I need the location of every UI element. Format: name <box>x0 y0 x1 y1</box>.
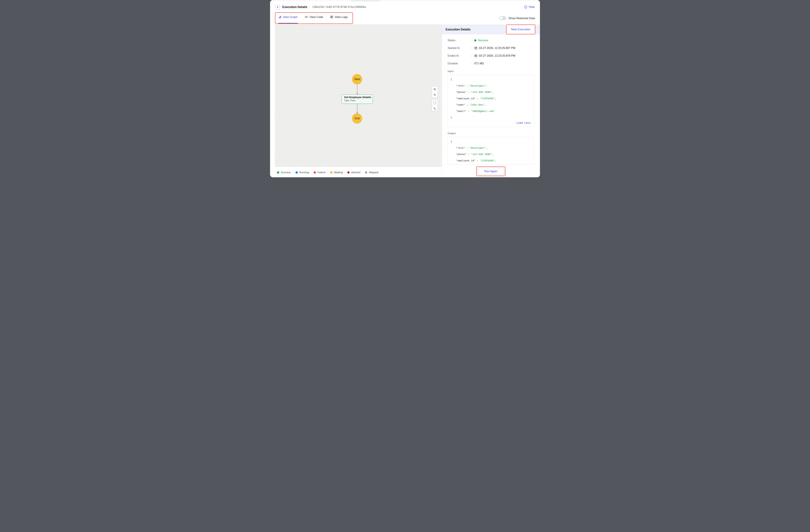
field-status: Status : Success <box>448 36 534 44</box>
node-start[interactable]: Start <box>352 74 362 84</box>
run-again-annotation: Run Again <box>476 166 505 176</box>
ended-at-value: 03-27-2026, 12:23:25:878 PM <box>479 54 515 57</box>
fit-view-icon <box>433 101 436 104</box>
node-title: Get Employee Details <box>344 96 373 99</box>
legend-item-aborted: Aborted <box>347 171 360 174</box>
org-chart-icon <box>433 107 436 110</box>
tab-label: View Graph <box>283 15 297 19</box>
tab-view-logs[interactable]: View Logs <box>330 15 348 23</box>
legend-label: Running <box>299 171 309 174</box>
json-line: "employee_id" : "123FG456", <box>451 158 531 164</box>
calendar-icon <box>474 47 477 50</box>
json-line: "role" : "Developer", <box>451 83 531 89</box>
status-dot <box>365 171 367 174</box>
zoom-out-icon <box>433 94 436 96</box>
auto-layout-button[interactable] <box>432 106 438 111</box>
legend-label: Success <box>281 171 291 174</box>
arrow-left-icon <box>276 6 279 9</box>
legend-item-running: Running <box>295 171 309 174</box>
legend-label: Waiting <box>334 171 343 174</box>
edge-start-to-task <box>357 84 357 93</box>
load-less-link[interactable]: Load Less <box>516 121 531 126</box>
bar-chart-icon <box>278 16 281 18</box>
new-execution-button[interactable]: New Execution <box>507 25 535 34</box>
execution-details-panel: Execution Details New Execution Status :… <box>442 25 540 177</box>
node-start-label: Start <box>354 78 360 81</box>
toggle-switch[interactable] <box>499 16 506 20</box>
window-drag-indicator <box>351 1 380 1</box>
input-section-label: Input <box>442 67 540 73</box>
execution-id: 138a15f1-7e40-4778-9748-57ac118fd56a <box>312 5 366 9</box>
arrowhead-icon <box>356 93 358 95</box>
run-again-button[interactable]: Run Again <box>477 168 504 175</box>
fit-view-button[interactable] <box>432 100 438 106</box>
json-line: "phone" : "123-456-7890", <box>451 89 531 95</box>
help-button[interactable]: Help <box>524 5 535 9</box>
legend-label: Failure <box>318 171 325 174</box>
app-window: Execution Details 138a15f1-7e40-4778-974… <box>270 0 540 177</box>
tab-label: View Logs <box>335 15 348 19</box>
tabs-row: View Graph View Code View Logs Show Reda… <box>270 12 540 25</box>
status-value: Success <box>478 39 488 42</box>
field-label: Ended At <box>448 54 472 57</box>
json-line: "role" : "Developer", <box>451 145 531 151</box>
tab-label: View Code <box>309 15 323 19</box>
json-close-brace: } <box>451 114 531 121</box>
page-title: Execution Details <box>282 5 307 9</box>
tab-view-code[interactable]: View Code <box>304 15 324 23</box>
legend-item-skipped: Skipped <box>365 171 378 174</box>
status-dot <box>347 171 350 174</box>
output-json-block: { "role" : "Developer", "phone" : "123-4… <box>448 137 534 164</box>
legend-item-success: Success <box>277 171 291 174</box>
output-section-label: Output <box>442 127 540 135</box>
zoom-controls <box>432 86 438 98</box>
legend-item-failure: Failure <box>314 171 325 174</box>
help-label: Help <box>529 5 535 9</box>
field-started-at: Started At : 03-27-2026, 12:23:25:807 PM <box>448 44 534 52</box>
json-open-brace: { <box>451 139 531 145</box>
toggle-label: Show Redacted Data <box>508 17 535 20</box>
show-redacted-data-toggle[interactable]: Show Redacted Data <box>499 16 535 20</box>
back-button[interactable] <box>275 5 280 10</box>
node-subtitle: Type: Pass <box>344 99 373 102</box>
zoom-in-icon <box>433 88 436 91</box>
top-bar: Execution Details 138a15f1-7e40-4778-974… <box>270 3 540 12</box>
edge-task-to-end <box>357 104 357 112</box>
status-dot <box>330 171 333 174</box>
graph-section: Start Get Employee Details Type: Pass En… <box>270 25 442 177</box>
view-controls <box>432 100 438 111</box>
success-status-dot <box>474 39 476 42</box>
new-execution-annotation: New Execution <box>506 25 535 34</box>
panel-footer: Run Again <box>442 164 540 177</box>
status-dot <box>277 171 279 174</box>
code-icon <box>305 16 308 18</box>
node-end-label: End <box>355 117 359 120</box>
calendar-icon <box>474 54 477 57</box>
tab-view-graph[interactable]: View Graph <box>278 15 298 23</box>
zoom-in-button[interactable] <box>432 86 438 92</box>
zoom-out-button[interactable] <box>432 92 438 98</box>
panel-content: Status : Success Started At : <box>442 34 540 164</box>
node-get-employee-details[interactable]: Get Employee Details Type: Pass <box>341 95 373 104</box>
field-label: Duration <box>448 62 472 65</box>
field-label: Started At <box>448 47 472 50</box>
panel-title: Execution Details <box>446 28 471 31</box>
view-tabs: View Graph View Code View Logs <box>275 12 353 24</box>
node-end[interactable]: End <box>352 113 362 124</box>
toggle-knob <box>500 17 502 19</box>
panel-header: Execution Details New Execution <box>442 25 540 34</box>
started-at-value: 03-27-2026, 12:23:25:807 PM <box>479 47 515 50</box>
field-label: Status <box>448 39 472 42</box>
status-legend: Success Running Failure Waiting Aborted <box>275 167 442 177</box>
json-line: "email" : "S001@gmail.com" <box>451 108 531 114</box>
status-dot <box>314 171 316 174</box>
legend-item-waiting: Waiting <box>330 171 343 174</box>
info-icon <box>524 5 527 9</box>
logs-icon <box>330 16 333 18</box>
duration-value: 071 MS <box>474 62 484 65</box>
legend-label: Skipped <box>369 171 378 174</box>
status-dot <box>295 171 298 174</box>
json-line: "name" : "John Doe", <box>451 102 531 108</box>
workflow-canvas[interactable]: Start Get Employee Details Type: Pass En… <box>275 25 442 167</box>
json-line: "employee_id" : "123FG456", <box>451 95 531 102</box>
